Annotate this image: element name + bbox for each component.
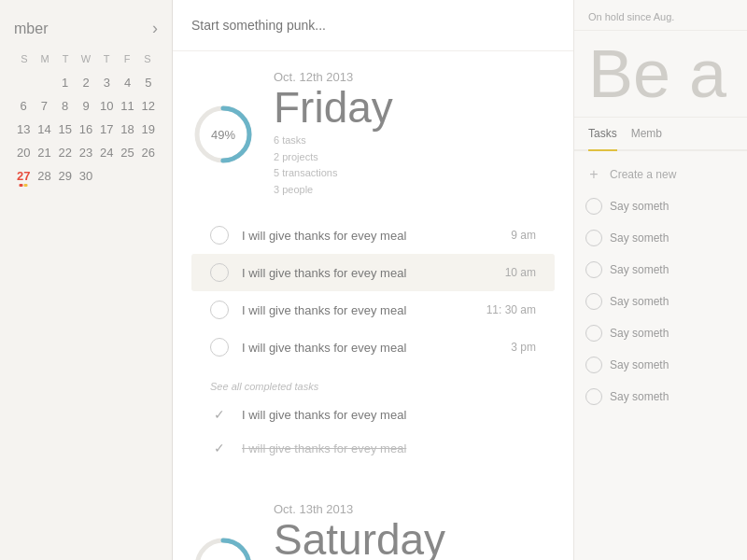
task-item[interactable]: I will give thanks for evey meal 3 pm bbox=[191, 329, 555, 366]
right-task-checkbox[interactable] bbox=[585, 293, 602, 310]
calendar-day[interactable]: 21 bbox=[35, 142, 53, 163]
right-task-item[interactable]: Say someth bbox=[574, 190, 747, 222]
completed-task-text: I will give thanks for evey meal bbox=[242, 408, 536, 422]
task-time: 10 am bbox=[505, 266, 536, 279]
calendar-day-headers: SMTWTFS bbox=[14, 51, 158, 66]
calendar-day[interactable]: 16 bbox=[77, 119, 95, 140]
calendar-day[interactable]: 1 bbox=[56, 72, 75, 93]
create-new-item[interactable]: + Create a new bbox=[574, 159, 747, 190]
saturday-section: 49% Oct. 13th 2013 Saturday 6 tasks 2 pr… bbox=[173, 483, 573, 560]
calendar-day[interactable]: 26 bbox=[139, 142, 158, 163]
task-item[interactable]: I will give thanks for evey meal 11: 30 … bbox=[191, 291, 555, 329]
right-task-text: Say someth bbox=[610, 200, 669, 213]
right-task-item[interactable]: Say someth bbox=[574, 222, 747, 254]
calendar-day bbox=[35, 72, 53, 93]
friday-task-list: I will give thanks for evey meal 9 am I … bbox=[191, 217, 555, 366]
right-task-checkbox[interactable] bbox=[585, 325, 602, 342]
calendar-day[interactable]: 7 bbox=[35, 95, 53, 117]
right-task-item[interactable]: Say someth bbox=[574, 381, 747, 413]
task-checkbox[interactable] bbox=[210, 338, 229, 357]
calendar-day-header: F bbox=[117, 51, 137, 66]
calendar-day[interactable]: 17 bbox=[97, 119, 116, 140]
plus-icon: + bbox=[585, 166, 602, 183]
right-task-checkbox[interactable] bbox=[585, 388, 602, 405]
saturday-info: Oct. 13th 2013 Saturday 6 tasks 2 projec… bbox=[274, 502, 555, 560]
right-task-text: Say someth bbox=[610, 390, 669, 403]
calendar-day[interactable]: 19 bbox=[139, 119, 158, 140]
calendar-day[interactable]: 20 bbox=[14, 142, 33, 163]
right-task-text: Say someth bbox=[610, 327, 669, 340]
friday-transactions-stat: 5 transactions bbox=[274, 167, 337, 178]
checkmark-icon: ✓ bbox=[210, 407, 229, 422]
tab-members[interactable]: Memb bbox=[631, 118, 662, 149]
right-task-checkbox[interactable] bbox=[585, 357, 602, 373]
calendar-day[interactable]: 8 bbox=[56, 95, 75, 117]
calendar-days: 1234567891011121314151617181920212223242… bbox=[14, 72, 158, 187]
friday-progress-label: 49% bbox=[211, 127, 235, 141]
friday-info: Oct. 12th 2013 Friday 6 tasks 2 projects… bbox=[274, 70, 555, 198]
right-tasks-container: Say someth Say someth Say someth Say som… bbox=[574, 190, 747, 413]
completed-task-list: ✓ I will give thanks for evey meal ✓ I w… bbox=[191, 398, 555, 465]
calendar-day bbox=[139, 165, 158, 187]
calendar-day-header: S bbox=[137, 51, 158, 66]
tab-tasks[interactable]: Tasks bbox=[588, 118, 617, 149]
task-item[interactable]: I will give thanks for evey meal 10 am bbox=[191, 254, 555, 291]
calendar-day[interactable]: 9 bbox=[77, 95, 95, 117]
saturday-header: 49% Oct. 13th 2013 Saturday 6 tasks 2 pr… bbox=[191, 502, 555, 560]
completed-task-item[interactable]: ✓ I will give thanks for evey meal bbox=[191, 398, 555, 431]
task-time: 9 am bbox=[511, 229, 536, 242]
calendar-day[interactable]: 12 bbox=[139, 95, 158, 117]
calendar-day[interactable]: 18 bbox=[118, 119, 136, 140]
right-task-text: Say someth bbox=[610, 231, 669, 245]
right-task-item[interactable]: Say someth bbox=[574, 349, 747, 381]
right-task-item[interactable]: Say someth bbox=[574, 317, 747, 349]
calendar-day-header: T bbox=[96, 51, 117, 66]
task-time: 11: 30 am bbox=[486, 303, 536, 316]
create-new-label: Create a new bbox=[610, 168, 676, 181]
task-list-panel: 49% Oct. 12th 2013 Friday 6 tasks 2 proj… bbox=[173, 0, 574, 560]
task-item[interactable]: I will give thanks for evey meal 9 am bbox=[191, 217, 555, 254]
calendar-day-header: M bbox=[35, 51, 55, 66]
task-checkbox[interactable] bbox=[210, 226, 229, 245]
search-input[interactable] bbox=[191, 18, 555, 33]
calendar-day[interactable]: 2 bbox=[77, 72, 95, 93]
completed-header: See all completed tasks bbox=[191, 375, 555, 398]
calendar-day[interactable]: 27 bbox=[14, 165, 33, 187]
friday-stats: 6 tasks 2 projects 5 transactions 3 peop… bbox=[274, 133, 555, 198]
right-task-item[interactable]: Say someth bbox=[574, 254, 747, 286]
calendar-day[interactable]: 24 bbox=[97, 142, 116, 163]
right-task-checkbox[interactable] bbox=[585, 198, 602, 215]
calendar-day[interactable]: 22 bbox=[56, 142, 75, 163]
calendar-day[interactable]: 4 bbox=[118, 72, 136, 93]
calendar-grid: SMTWTFS 12345678910111213141516171819202… bbox=[14, 51, 158, 187]
right-task-checkbox[interactable] bbox=[585, 230, 602, 246]
search-bar[interactable] bbox=[173, 0, 573, 51]
calendar-day[interactable]: 23 bbox=[77, 142, 95, 163]
calendar-day[interactable]: 15 bbox=[56, 119, 75, 140]
calendar-month: mber bbox=[14, 21, 48, 37]
completed-task-text: I will give thanks for evey meal bbox=[242, 441, 536, 455]
calendar-next-button[interactable]: › bbox=[152, 19, 158, 38]
calendar-day[interactable]: 10 bbox=[97, 95, 116, 117]
friday-name: Friday bbox=[274, 86, 555, 129]
calendar-day[interactable]: 30 bbox=[77, 165, 95, 187]
calendar-day[interactable]: 13 bbox=[14, 119, 33, 140]
task-text: I will give thanks for evey meal bbox=[242, 229, 511, 243]
right-task-item[interactable]: Say someth bbox=[574, 286, 747, 317]
calendar-day[interactable]: 14 bbox=[35, 119, 53, 140]
task-checkbox[interactable] bbox=[210, 301, 229, 319]
calendar-day[interactable]: 11 bbox=[118, 95, 136, 117]
right-task-checkbox[interactable] bbox=[585, 261, 602, 278]
calendar-day[interactable]: 25 bbox=[118, 142, 136, 163]
calendar-day[interactable]: 3 bbox=[97, 72, 116, 93]
right-task-text: Say someth bbox=[610, 295, 669, 308]
big-letter-display: Be a bbox=[574, 31, 747, 118]
friday-projects-stat: 2 projects bbox=[274, 151, 318, 162]
on-hold-label: On hold since Aug. bbox=[574, 0, 747, 31]
task-checkbox[interactable] bbox=[210, 263, 229, 282]
completed-task-item[interactable]: ✓ I will give thanks for evey meal bbox=[191, 431, 555, 465]
calendar-day[interactable]: 29 bbox=[56, 165, 75, 187]
calendar-day[interactable]: 6 bbox=[14, 95, 33, 117]
calendar-day[interactable]: 28 bbox=[35, 165, 53, 187]
calendar-day[interactable]: 5 bbox=[139, 72, 158, 93]
